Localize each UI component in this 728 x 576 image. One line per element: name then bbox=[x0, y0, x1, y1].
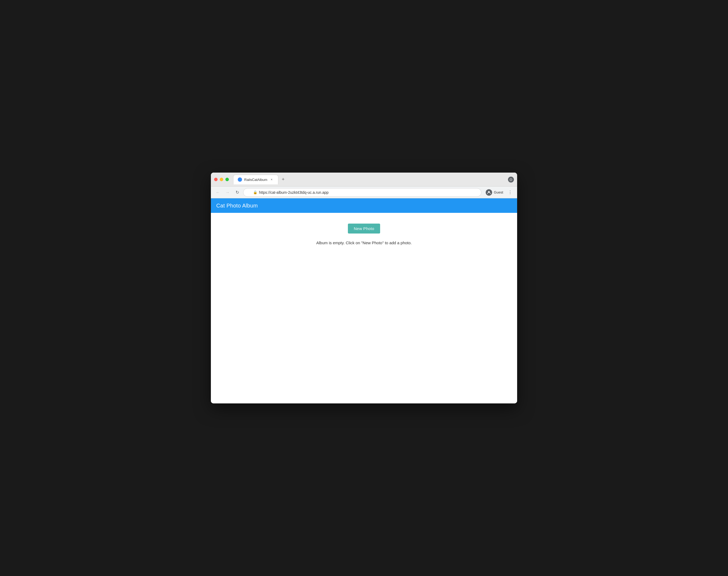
tab-close-button[interactable]: × bbox=[269, 177, 274, 182]
tab-bar: 🌐 RailsCatAlbum × + bbox=[233, 175, 506, 184]
browser-window: 🌐 RailsCatAlbum × + ⊙ ← → ↻ bbox=[211, 173, 517, 403]
url-text: https://cat-album-2uzkt43tdq-uc.a.run.ap… bbox=[259, 190, 328, 195]
empty-album-message: Album is empty. Click on "New Photo" to … bbox=[316, 240, 412, 245]
active-tab[interactable]: 🌐 RailsCatAlbum × bbox=[233, 175, 278, 184]
window-controls bbox=[214, 178, 229, 181]
close-window-button[interactable] bbox=[214, 178, 218, 181]
more-icon: ⋮ bbox=[508, 190, 512, 195]
user-menu-button[interactable]: Guest bbox=[484, 188, 505, 197]
url-bar[interactable]: 🔒 https://cat-album-2uzkt43tdq-uc.a.run.… bbox=[243, 188, 481, 197]
user-icon bbox=[486, 189, 492, 196]
back-icon: ← bbox=[216, 190, 220, 195]
forward-button[interactable]: → bbox=[224, 189, 231, 196]
reload-icon: ↻ bbox=[236, 190, 239, 195]
app-content: Cat Photo Album New Photo Album is empty… bbox=[211, 198, 517, 403]
new-photo-button[interactable]: New Photo bbox=[348, 224, 380, 233]
profile-circle: ⊙ bbox=[508, 177, 514, 182]
window-right-controls: ⊙ bbox=[508, 177, 514, 182]
address-bar-right: Guest ⋮ bbox=[484, 188, 514, 197]
minimize-window-button[interactable] bbox=[220, 178, 223, 181]
user-label: Guest bbox=[494, 190, 503, 194]
lock-icon: 🔒 bbox=[253, 190, 258, 194]
maximize-window-button[interactable] bbox=[225, 178, 229, 181]
back-button[interactable]: ← bbox=[214, 189, 222, 196]
svg-text:🌐: 🌐 bbox=[239, 178, 241, 181]
app-title: Cat Photo Album bbox=[216, 203, 258, 209]
more-options-button[interactable]: ⋮ bbox=[506, 189, 514, 196]
tab-title: RailsCatAlbum bbox=[244, 178, 267, 182]
app-main: New Photo Album is empty. Click on "New … bbox=[211, 213, 517, 403]
address-bar: ← → ↻ 🔒 https://cat-album-2uzkt43tdq-uc.… bbox=[211, 186, 517, 198]
tab-favicon: 🌐 bbox=[238, 177, 242, 182]
reload-button[interactable]: ↻ bbox=[234, 189, 241, 196]
forward-icon: → bbox=[225, 190, 230, 195]
title-bar: 🌐 RailsCatAlbum × + ⊙ bbox=[211, 173, 517, 186]
app-header: Cat Photo Album bbox=[211, 198, 517, 213]
new-tab-button[interactable]: + bbox=[279, 176, 287, 183]
